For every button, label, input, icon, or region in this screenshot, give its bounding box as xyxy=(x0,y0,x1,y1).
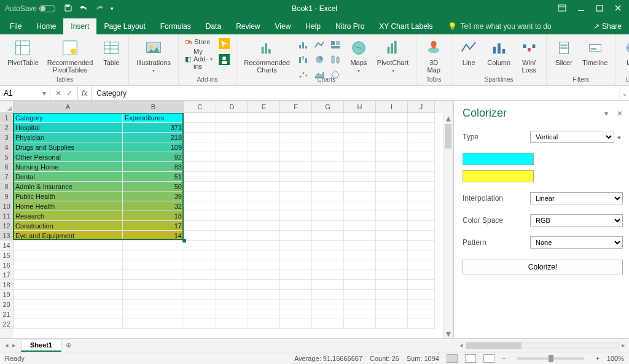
cell[interactable] xyxy=(344,152,376,162)
cell[interactable] xyxy=(184,152,216,162)
cell[interactable] xyxy=(184,290,216,300)
recommended-charts-button[interactable]: Recommended Charts xyxy=(240,37,294,75)
save-icon[interactable] xyxy=(64,4,72,14)
cell[interactable]: 32 xyxy=(123,201,184,211)
interpolation-select[interactable]: Linear xyxy=(530,192,623,204)
cell[interactable] xyxy=(344,172,376,182)
col-header-D[interactable]: D xyxy=(216,101,248,113)
cell[interactable] xyxy=(248,113,280,123)
cell[interactable] xyxy=(344,113,376,123)
cell[interactable] xyxy=(248,270,280,280)
cell[interactable] xyxy=(408,309,435,319)
cell[interactable] xyxy=(248,172,280,182)
cell[interactable]: 92 xyxy=(123,152,184,162)
col-header-J[interactable]: J xyxy=(408,101,435,113)
statistic-chart-icon[interactable] xyxy=(328,53,343,66)
cell[interactable] xyxy=(216,142,248,152)
cell[interactable] xyxy=(216,211,248,221)
maps-button[interactable]: Maps▾ xyxy=(345,37,372,75)
cell[interactable] xyxy=(280,123,312,133)
cell[interactable] xyxy=(312,192,344,201)
row-header-8[interactable]: 8 xyxy=(0,182,14,192)
cell[interactable] xyxy=(216,290,248,300)
cell[interactable] xyxy=(344,142,376,152)
cell[interactable]: 109 xyxy=(123,142,184,152)
cell[interactable] xyxy=(344,123,376,133)
cell[interactable] xyxy=(14,250,123,260)
cell[interactable] xyxy=(280,172,312,182)
cell[interactable] xyxy=(280,300,312,309)
cell[interactable] xyxy=(376,270,408,280)
panel-collapse-icon[interactable]: ◂ xyxy=(614,133,623,141)
cell[interactable] xyxy=(216,201,248,211)
cell[interactable] xyxy=(14,309,123,319)
zoom-out-button[interactable]: − xyxy=(502,355,506,362)
scroll-left-icon[interactable]: ◂ xyxy=(459,341,463,349)
people-graph-addin-icon[interactable] xyxy=(219,54,230,68)
cell[interactable] xyxy=(408,162,435,172)
cell[interactable]: 51 xyxy=(123,172,184,182)
tell-me-search[interactable]: 💡 Tell me what you want to do xyxy=(440,18,559,34)
cell[interactable] xyxy=(344,192,376,201)
cell[interactable] xyxy=(280,309,312,319)
cell[interactable] xyxy=(123,270,184,280)
tab-file[interactable]: File xyxy=(2,18,29,34)
tab-nitro-pro[interactable]: Nitro Pro xyxy=(328,18,372,34)
color-swatch-2[interactable] xyxy=(463,170,534,182)
row-header-16[interactable]: 16 xyxy=(0,260,14,270)
cell[interactable] xyxy=(344,260,376,270)
cell[interactable] xyxy=(376,172,408,182)
cell[interactable] xyxy=(248,280,280,290)
cell[interactable] xyxy=(280,270,312,280)
cell[interactable] xyxy=(408,211,435,221)
cell[interactable] xyxy=(312,290,344,300)
cell[interactable] xyxy=(376,182,408,192)
cell[interactable]: Nursing Home xyxy=(14,162,123,172)
tab-insert[interactable]: Insert xyxy=(63,18,96,34)
cell[interactable]: Public Health xyxy=(14,192,123,201)
fx-icon[interactable]: fx xyxy=(78,86,92,100)
cell[interactable] xyxy=(408,241,435,250)
cell[interactable] xyxy=(216,162,248,172)
row-header-13[interactable]: 13 xyxy=(0,231,14,241)
cell[interactable] xyxy=(376,113,408,123)
row-header-15[interactable]: 15 xyxy=(0,250,14,260)
cell[interactable] xyxy=(248,142,280,152)
cell[interactable]: Hospital xyxy=(14,123,123,133)
cell[interactable] xyxy=(248,162,280,172)
cell[interactable] xyxy=(216,221,248,231)
cell[interactable] xyxy=(14,319,123,329)
recommended-pivot-button[interactable]: Recommended PivotTables xyxy=(44,37,97,75)
illustrations-button[interactable]: Illustrations▾ xyxy=(133,37,174,75)
cell[interactable] xyxy=(312,319,344,329)
cell[interactable] xyxy=(408,123,435,133)
zoom-level[interactable]: 100% xyxy=(607,355,624,362)
cell[interactable] xyxy=(184,162,216,172)
row-header-1[interactable]: 1 xyxy=(0,113,14,123)
cell[interactable] xyxy=(312,250,344,260)
cell[interactable] xyxy=(248,152,280,162)
cell[interactable] xyxy=(14,241,123,250)
cell[interactable]: 371 xyxy=(123,123,184,133)
ribbon-display-icon[interactable] xyxy=(558,4,566,14)
select-all-corner[interactable] xyxy=(0,101,14,113)
cell[interactable] xyxy=(312,211,344,221)
cell[interactable] xyxy=(408,250,435,260)
cell[interactable] xyxy=(312,241,344,250)
tab-xy-chart-labels[interactable]: XY Chart Labels xyxy=(372,18,440,34)
maximize-icon[interactable] xyxy=(596,4,603,14)
cell[interactable] xyxy=(280,211,312,221)
zoom-slider[interactable] xyxy=(517,357,584,360)
page-break-view-button[interactable] xyxy=(483,354,494,363)
panel-options-icon[interactable]: ▾ xyxy=(604,109,608,118)
cell[interactable] xyxy=(184,309,216,319)
tab-home[interactable]: Home xyxy=(29,18,63,34)
cell[interactable] xyxy=(184,133,216,142)
cell[interactable] xyxy=(184,280,216,290)
color-space-select[interactable]: RGB xyxy=(530,214,623,227)
cell[interactable] xyxy=(312,123,344,133)
cell[interactable] xyxy=(312,113,344,123)
row-header-19[interactable]: 19 xyxy=(0,290,14,300)
page-layout-view-button[interactable] xyxy=(465,354,476,363)
cell[interactable] xyxy=(248,182,280,192)
